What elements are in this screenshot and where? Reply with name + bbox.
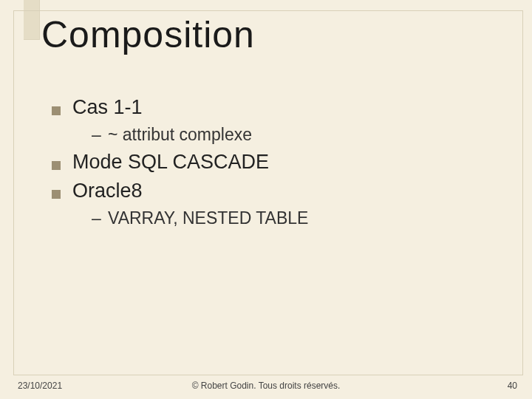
list-item: Cas 1-1 xyxy=(52,96,502,119)
slide-footer: 23/10/2021 © Robert Godin. Tous droits r… xyxy=(0,378,532,393)
square-bullet-icon xyxy=(52,106,61,115)
list-item-label: Cas 1-1 xyxy=(72,96,143,119)
square-bullet-icon xyxy=(52,161,61,170)
footer-date: 23/10/2021 xyxy=(18,381,62,391)
dash-bullet-icon: – xyxy=(92,125,99,145)
list-subitem-label: VARRAY, NESTED TABLE xyxy=(108,208,308,228)
slide-title: Composition xyxy=(41,13,255,56)
list-item: Mode SQL CASCADE xyxy=(52,151,502,174)
list-subitem-label: ~ attribut complexe xyxy=(108,125,252,145)
list-subitem: – VARRAY, NESTED TABLE xyxy=(92,208,502,228)
slide-content: Cas 1-1 – ~ attribut complexe Mode SQL C… xyxy=(52,96,502,234)
list-item-label: Mode SQL CASCADE xyxy=(72,151,269,174)
dash-bullet-icon: – xyxy=(92,208,99,228)
footer-page-number: 40 xyxy=(508,381,517,391)
list-item-label: Oracle8 xyxy=(72,180,143,202)
list-subitem: – ~ attribut complexe xyxy=(92,125,502,145)
footer-copyright: © Robert Godin. Tous droits réservés. xyxy=(192,381,341,391)
list-item: Oracle8 xyxy=(52,180,502,202)
square-bullet-icon xyxy=(52,190,61,199)
